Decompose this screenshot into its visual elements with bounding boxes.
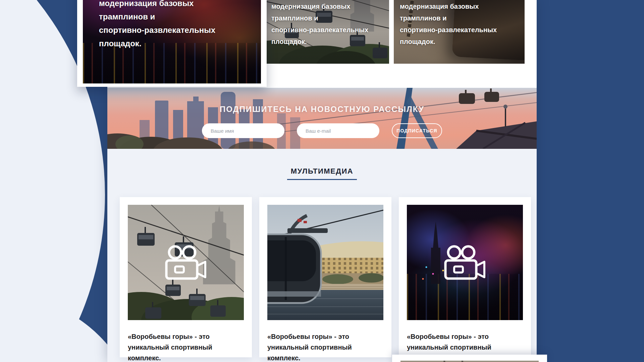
multimedia-section: МУЛЬТИМЕДИА [107,149,537,362]
cableway-msu-image [128,205,244,320]
video-card-cableway[interactable]: «Воробьевы горы» - это уникальный спорти… [120,197,252,357]
newsletter-banner: ПОДПИШИТЕСЬ НА НОВОСТНУЮ РАССЫЛКУ ПОДПИС… [107,88,537,149]
slide-caption: модернизация базовых трамплинов и спорти… [99,0,247,50]
video-camera-icon [444,245,486,280]
video-card-night[interactable]: «Воробьевы горы» - это уникальный спорти… [399,197,531,357]
page: { "theme": { "primary_blue": "#2c4b7d", … [0,0,644,362]
multimedia-heading: МУЛЬТИМЕДИА [107,167,537,176]
slide-caption: модернизация базовых трамплинов и спорти… [400,1,511,48]
night-lights-small-image [407,205,523,320]
slide-station-deck[interactable]: модернизация базовых трамплинов и спорти… [394,0,525,64]
cabin-stadium-image [267,205,383,320]
sunset-cityscape-image [107,88,537,149]
night-lights-image: модернизация базовых трамплинов и спорти… [83,0,261,83]
incoming-slide-image [400,361,539,362]
content-column: модернизация базовых трамплинов и спорти… [107,0,537,362]
slide-night-lights-active[interactable]: модернизация базовых трамплинов и спорти… [77,0,267,87]
video-camera-icon [165,245,207,280]
email-input[interactable] [297,123,379,138]
video-card-caption: «Воробьевы горы» - это уникальный спорти… [267,331,381,362]
incoming-slide-card[interactable] [392,355,547,362]
slide-cableway-day[interactable]: модернизация базовых трамплинов и спорти… [265,0,389,64]
slide-caption: модернизация базовых трамплинов и спорти… [271,1,382,48]
heading-underline [287,179,357,180]
video-card-cabin[interactable]: «Воробьевы горы» - это уникальный спорти… [259,197,391,357]
video-card-caption: «Воробьевы горы» - это уникальный спорти… [128,331,242,362]
newsletter-title: ПОДПИШИТЕСЬ НА НОВОСТНУЮ РАССЫЛКУ [107,105,537,114]
news-slider: модернизация базовых трамплинов и спорти… [107,0,537,88]
subscribe-button[interactable]: ПОДПИСАТЬСЯ [392,123,442,138]
newsletter-form: ПОДПИСАТЬСЯ [107,123,537,138]
name-input[interactable] [202,123,284,138]
